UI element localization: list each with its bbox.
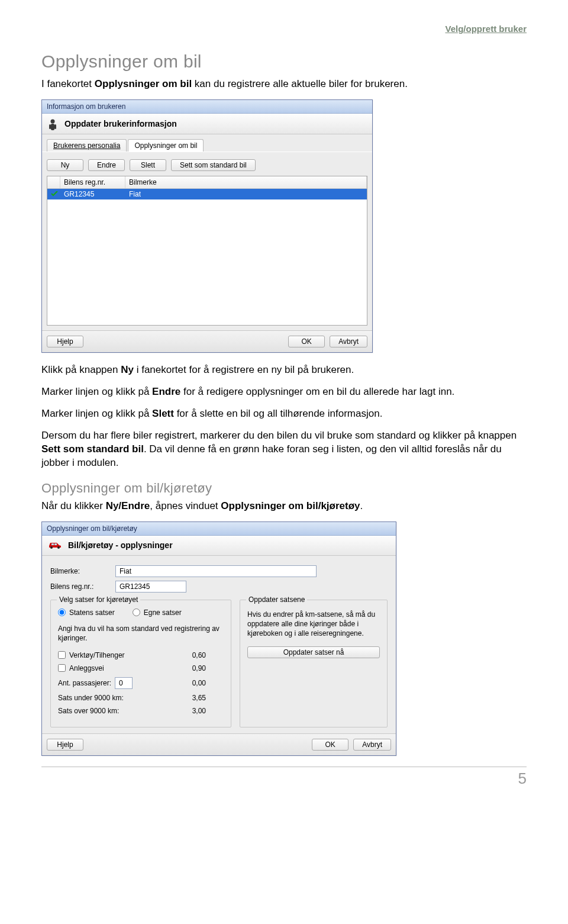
bold: Ny bbox=[121, 364, 134, 375]
radio-egne[interactable]: Egne satser bbox=[133, 609, 182, 617]
row-over9000: Sats over 9000 km: 3,00 bbox=[58, 707, 224, 715]
check-anlegg[interactable] bbox=[58, 664, 66, 672]
rate: 3,65 bbox=[188, 694, 224, 702]
text: Klikk på knappen bbox=[41, 364, 121, 375]
avbryt-button[interactable]: Avbryt bbox=[330, 336, 367, 347]
radio-group: Statens satser Egne satser bbox=[58, 606, 224, 619]
tab-label: Opplysninger om bil bbox=[134, 141, 197, 150]
svg-rect-2 bbox=[49, 124, 51, 129]
group-velg-satser: Velg satser for kjøretøyet Statens satse… bbox=[50, 600, 231, 727]
strip-label: Oppdater brukerinformasjon bbox=[64, 119, 177, 128]
col-reg[interactable]: Bilens reg.nr. bbox=[60, 176, 125, 188]
ok-button[interactable]: OK bbox=[312, 739, 348, 751]
text: i fanekortet for å registrere en ny bil … bbox=[134, 364, 354, 375]
rate: 0,00 bbox=[188, 679, 224, 687]
car-listview[interactable]: Bilens reg.nr. Bilmerke GR12345 Fiat bbox=[47, 176, 367, 326]
legend-left: Velg satser for kjøretøyet bbox=[57, 595, 140, 604]
person-icon bbox=[48, 118, 59, 129]
hjelp-button[interactable]: Hjelp bbox=[47, 336, 83, 347]
label: Anleggsvei bbox=[69, 664, 104, 672]
bold: Sett som standard bil bbox=[41, 443, 144, 455]
sett-standard-button[interactable]: Sett som standard bil bbox=[171, 159, 256, 171]
radio-egne-input[interactable] bbox=[133, 609, 140, 616]
rate: 0,60 bbox=[188, 651, 224, 659]
text: Når du klikker bbox=[41, 500, 106, 511]
svg-point-0 bbox=[51, 119, 55, 123]
cell-merke: Fiat bbox=[125, 189, 367, 199]
tabs: Brukerens personalia Opplysninger om bil bbox=[42, 134, 372, 152]
check-verktoy[interactable] bbox=[58, 651, 66, 659]
radio-label: Statens satser bbox=[69, 609, 115, 617]
section-title-2: Opplysninger om bil/kjøretøy bbox=[41, 481, 527, 496]
table-row[interactable]: GR12345 Fiat bbox=[47, 189, 367, 199]
svg-rect-6 bbox=[51, 543, 54, 545]
window-strip: Bil/kjøretøy - opplysninger bbox=[42, 536, 396, 556]
label-bilmerke: Bilmerke: bbox=[50, 567, 109, 575]
ok-button[interactable]: OK bbox=[288, 336, 325, 347]
bold: Endre bbox=[152, 386, 180, 397]
passasjerer-field[interactable] bbox=[115, 677, 133, 689]
radio-label: Egne satser bbox=[144, 609, 182, 617]
para-ny: Klikk på knappen Ny i fanekortet for å r… bbox=[41, 363, 527, 377]
window-strip: Oppdater brukerinformasjon bbox=[42, 114, 372, 134]
endre-button[interactable]: Endre bbox=[88, 159, 125, 171]
avbryt-button[interactable]: Avbryt bbox=[353, 739, 391, 751]
row-under9000: Sats under 9000 km: 3,65 bbox=[58, 694, 224, 702]
radio-statens-input[interactable] bbox=[58, 609, 66, 616]
bold: Slett bbox=[152, 408, 174, 419]
row-verktoy: Verktøy/Tilhenger 0,60 bbox=[58, 651, 224, 659]
section2-intro: Når du klikker Ny/Endre, åpnes vinduet O… bbox=[41, 500, 527, 513]
text: . bbox=[360, 500, 363, 511]
svg-point-5 bbox=[57, 546, 60, 549]
ny-button[interactable]: Ny bbox=[47, 159, 83, 171]
toolbar: Ny Endre Slett Sett som standard bil bbox=[47, 157, 367, 176]
para-endre: Marker linjen og klikk på Endre for å re… bbox=[41, 385, 527, 399]
left-note: Angi hva du vil ha som standard ved regi… bbox=[58, 624, 224, 643]
hjelp-button[interactable]: Hjelp bbox=[47, 739, 83, 751]
legend-right: Oppdater satsene bbox=[246, 595, 307, 604]
label: Verktøy/Tilhenger bbox=[69, 651, 125, 659]
col-merke[interactable]: Bilmerke bbox=[125, 176, 367, 188]
text: Marker linjen og klikk på bbox=[41, 408, 152, 419]
label: Sats over 9000 km: bbox=[58, 707, 119, 715]
tab-bil[interactable]: Opplysninger om bil bbox=[128, 139, 204, 152]
bottom-bar: Hjelp OK Avbryt bbox=[42, 330, 372, 352]
label: Ant. passasjerer: bbox=[58, 679, 111, 687]
svg-rect-7 bbox=[54, 543, 57, 545]
text: for å redigere opplysninger om en bil du… bbox=[180, 386, 454, 397]
col-check bbox=[47, 176, 60, 188]
oppdater-satser-button[interactable]: Oppdater satser nå bbox=[247, 646, 380, 658]
right-note: Hvis du endrer på km-satsene, så må du o… bbox=[247, 610, 380, 639]
bold: Opplysninger om bil bbox=[95, 78, 192, 89]
intro-paragraph: I fanekortet Opplysninger om bil kan du … bbox=[41, 78, 527, 91]
text: Dersom du har flere biler registrert, ma… bbox=[41, 430, 517, 441]
tab-panel: Ny Endre Slett Sett som standard bil Bil… bbox=[42, 152, 372, 330]
para-standard: Dersom du har flere biler registrert, ma… bbox=[41, 429, 527, 470]
bilmerke-field[interactable] bbox=[115, 565, 317, 577]
section-title-1: Opplysninger om bil bbox=[41, 51, 527, 72]
form-area: Bilmerke: Bilens reg.nr.: bbox=[42, 556, 396, 600]
text: kan du registrere alle aktuelle biler fo… bbox=[192, 78, 408, 89]
tab-personalia[interactable]: Brukerens personalia bbox=[47, 139, 127, 152]
page-header-right: Velg/opprett bruker bbox=[41, 24, 527, 34]
car-icon bbox=[48, 540, 62, 550]
bold: Opplysninger om bil/kjøretøy bbox=[221, 500, 360, 511]
regnr-field[interactable] bbox=[115, 581, 186, 593]
label: Sats under 9000 km: bbox=[58, 694, 124, 702]
window-kjoretoy: Opplysninger om bil/kjøretøy Bil/kjøretø… bbox=[41, 521, 396, 756]
para-slett: Marker linjen og klikk på Slett for å sl… bbox=[41, 407, 527, 421]
rate: 0,90 bbox=[188, 664, 224, 672]
strip-label: Bil/kjøretøy - opplysninger bbox=[68, 540, 173, 550]
row-bilmerke: Bilmerke: bbox=[50, 565, 388, 577]
row-regnr: Bilens reg.nr.: bbox=[50, 581, 388, 593]
radio-statens[interactable]: Statens satser bbox=[58, 609, 115, 617]
cell-check bbox=[47, 189, 60, 199]
slett-button[interactable]: Slett bbox=[130, 159, 166, 171]
text: , åpnes vinduet bbox=[150, 500, 221, 511]
list-body: GR12345 Fiat bbox=[47, 189, 367, 325]
row-anlegg: Anleggsvei 0,90 bbox=[58, 664, 224, 672]
two-columns: Velg satser for kjøretøyet Statens satse… bbox=[42, 600, 396, 733]
text: Marker linjen og klikk på bbox=[41, 386, 152, 397]
cell-reg: GR12345 bbox=[60, 189, 125, 199]
svg-rect-1 bbox=[51, 124, 54, 130]
